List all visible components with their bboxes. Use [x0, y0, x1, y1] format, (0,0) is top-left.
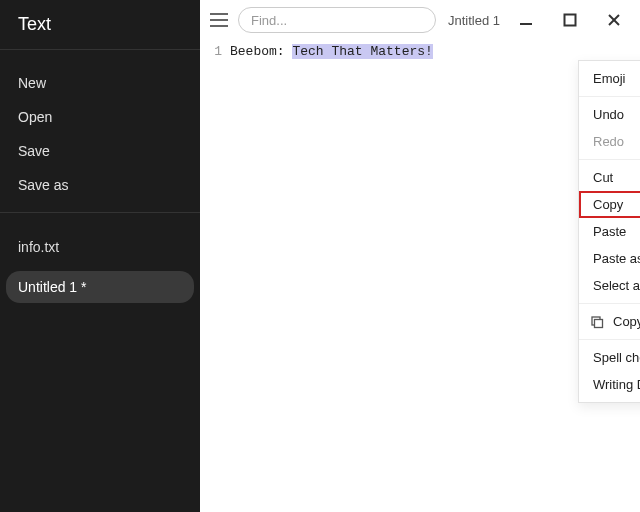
file-item-info[interactable]: info.txt	[6, 231, 194, 263]
ctx-item-spell-check[interactable]: Spell check ▸	[579, 344, 640, 371]
close-button[interactable]	[596, 2, 632, 38]
line-number: 1	[200, 44, 222, 59]
menu-separator	[579, 159, 640, 160]
ctx-item-copy-device[interactable]: Copy to your device ▸	[579, 308, 640, 335]
sidebar: Text New Open Save Save as info.txt Unti…	[0, 0, 200, 512]
ctx-item-undo[interactable]: Undo Ctrl+Z	[579, 101, 640, 128]
sidebar-item-open[interactable]: Open	[0, 100, 200, 134]
menu-separator	[579, 339, 640, 340]
close-icon	[606, 12, 622, 28]
line-gutter: 1	[200, 40, 228, 512]
search-input[interactable]	[238, 7, 436, 33]
maximize-icon	[562, 12, 578, 28]
editor-area[interactable]: 1 Beebom: Tech That Matters!	[200, 40, 640, 512]
ctx-item-writing-direction[interactable]: Writing Direction ▸	[579, 371, 640, 398]
file-list: info.txt Untitled 1 *	[0, 213, 200, 311]
ctx-item-redo[interactable]: Redo Ctrl+Shift+Z	[579, 128, 640, 155]
editor-line[interactable]: Beebom: Tech That Matters!	[230, 44, 640, 59]
menu-separator	[579, 96, 640, 97]
ctx-item-paste-plain[interactable]: Paste as plain text Ctrl+Shift+V	[579, 245, 640, 272]
app-title: Text	[0, 0, 200, 50]
ctx-item-copy[interactable]: Copy Ctrl+C	[579, 191, 640, 218]
text-prefix: Beebom:	[230, 44, 292, 59]
file-item-untitled[interactable]: Untitled 1 *	[6, 271, 194, 303]
main-area: Jntitled 1 1 Beebom: Tech That Matters! …	[200, 0, 640, 512]
sidebar-item-new[interactable]: New	[0, 66, 200, 100]
ctx-item-paste[interactable]: Paste Ctrl+V	[579, 218, 640, 245]
menu-separator	[579, 303, 640, 304]
text-selection[interactable]: Tech That Matters!	[292, 44, 432, 59]
document-tab-title: Jntitled 1	[448, 13, 500, 28]
ctx-item-emoji[interactable]: Emoji	[579, 65, 640, 92]
maximize-button[interactable]	[552, 2, 588, 38]
svg-rect-5	[595, 319, 603, 327]
sidebar-menu: New Open Save Save as	[0, 50, 200, 213]
ctx-item-select-all[interactable]: Select all Ctrl+A	[579, 272, 640, 299]
menu-icon[interactable]	[208, 9, 230, 31]
topbar: Jntitled 1	[200, 0, 640, 40]
minimize-icon	[518, 12, 534, 28]
sidebar-item-save[interactable]: Save	[0, 134, 200, 168]
minimize-button[interactable]	[508, 2, 544, 38]
svg-rect-1	[565, 15, 576, 26]
ctx-item-cut[interactable]: Cut Ctrl+X	[579, 164, 640, 191]
context-menu: Emoji Undo Ctrl+Z Redo Ctrl+Shift+Z Cut …	[578, 60, 640, 403]
sidebar-item-save-as[interactable]: Save as	[0, 168, 200, 202]
copy-icon	[589, 315, 605, 329]
